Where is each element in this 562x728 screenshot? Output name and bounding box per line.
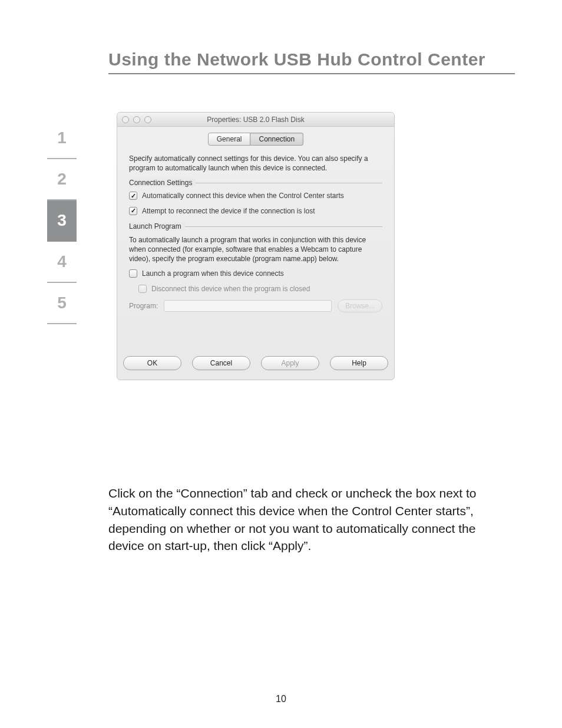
intro-text: Specify automatically connect settings f… <box>129 154 382 173</box>
disconnect-on-close-label: Disconnect this device when the program … <box>151 285 310 294</box>
properties-dialog: Properties: USB 2.0 Flash Disk General C… <box>117 112 395 380</box>
nav-item-5[interactable]: 5 <box>47 283 77 324</box>
tab-bar: General Connection <box>117 127 394 154</box>
launch-intro-text: To automatically launch a program that w… <box>129 235 382 264</box>
nav-item-1[interactable]: 1 <box>47 118 77 159</box>
apply-button: Apply <box>261 356 319 370</box>
auto-connect-label: Automatically connect this device when t… <box>142 192 344 201</box>
nav-item-2[interactable]: 2 <box>47 159 77 200</box>
launch-when-connect-checkbox[interactable] <box>129 269 137 278</box>
help-button[interactable]: Help <box>330 356 388 370</box>
cancel-button[interactable]: Cancel <box>192 356 250 370</box>
titlebar: Properties: USB 2.0 Flash Disk <box>117 113 394 127</box>
caption-text: Click on the “Connection” tab and check … <box>108 485 509 555</box>
launch-program-label: Launch Program <box>129 222 382 230</box>
ok-button[interactable]: OK <box>123 356 181 370</box>
connection-settings-label: Connection Settings <box>129 179 382 187</box>
tab-connection[interactable]: Connection <box>250 133 303 146</box>
browse-button: Browse... <box>338 299 382 312</box>
program-label: Program: <box>129 302 158 310</box>
section-nav: 1 2 3 4 5 <box>47 118 77 324</box>
tab-general[interactable]: General <box>208 133 251 146</box>
launch-when-connect-label: Launch a program when this device connec… <box>142 269 284 279</box>
auto-connect-checkbox[interactable] <box>129 192 137 200</box>
page-title: Using the Network USB Hub Control Center <box>108 50 515 74</box>
disconnect-on-close-checkbox <box>138 285 147 293</box>
program-input <box>164 300 332 312</box>
reconnect-label: Attempt to reconnect the device if the c… <box>142 207 315 216</box>
reconnect-checkbox[interactable] <box>129 207 137 215</box>
nav-item-3[interactable]: 3 <box>47 200 77 242</box>
window-title: Properties: USB 2.0 Flash Disk <box>117 116 394 124</box>
page-number: 10 <box>0 694 562 704</box>
nav-item-4[interactable]: 4 <box>47 242 77 283</box>
